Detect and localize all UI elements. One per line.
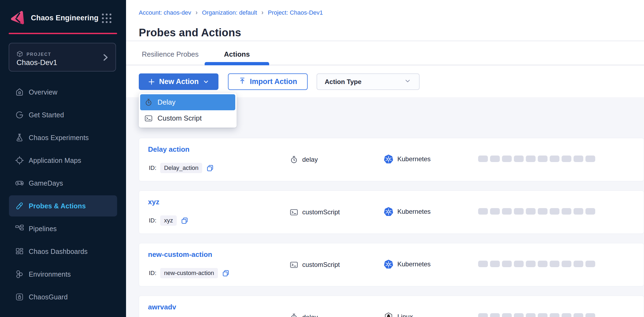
action-id: ID: Delay_action: [149, 163, 214, 173]
recent-execution-results: [478, 208, 595, 215]
project-name: Chaos-Dev1: [17, 59, 57, 67]
execution-result-placeholder: [478, 261, 488, 267]
action-type-cell: customScript: [290, 260, 340, 270]
chevron-right-icon: [101, 53, 110, 62]
execution-result-placeholder: [574, 261, 583, 267]
sidebar-item-probes-actions[interactable]: Probes & Actions: [9, 195, 117, 216]
execution-result-placeholder: [478, 313, 488, 317]
chaos-engineering-logo-icon: [10, 10, 25, 25]
execution-result-placeholder: [478, 156, 488, 162]
infrastructure-type-cell: Kubernetes: [384, 259, 431, 269]
brand: Chaos Engineering: [10, 10, 98, 25]
action-id: ID: new-custom-action: [149, 268, 230, 279]
shield-lock-icon: [15, 292, 24, 302]
action-name-link[interactable]: Delay action: [148, 145, 189, 154]
execution-result-placeholder: [550, 208, 559, 215]
execution-result-placeholder: [585, 313, 595, 317]
dashboard-icon: [15, 247, 24, 256]
execution-result-placeholder: [490, 208, 500, 215]
sidebar-item-environments[interactable]: Environments: [9, 264, 117, 285]
execution-result-placeholder: [502, 208, 512, 215]
sidebar-item-chaos-dashboards[interactable]: Chaos Dashboards: [9, 241, 117, 262]
sidebar-item-pipelines[interactable]: Pipelines: [9, 218, 117, 239]
execution-result-placeholder: [562, 261, 571, 267]
action-type-cell: delay: [290, 154, 318, 165]
module-grid-icon[interactable]: [102, 14, 112, 23]
execution-result-placeholder: [574, 156, 583, 162]
sidebar-item-application-maps[interactable]: Application Maps: [9, 150, 117, 171]
menu-item-custom-script[interactable]: Custom Script: [140, 110, 235, 126]
kubernetes-icon: [384, 207, 393, 216]
execution-result-placeholder: [585, 156, 595, 162]
terminal-icon: [144, 114, 153, 122]
copy-icon[interactable]: [181, 216, 189, 225]
project-selector[interactable]: PROJECT Chaos-Dev1: [9, 43, 116, 72]
execution-result-placeholder: [585, 261, 595, 267]
execution-result-placeholder: [478, 208, 488, 215]
infrastructure-type-cell: Linux: [384, 312, 413, 317]
action-type-cell: delay: [290, 312, 318, 317]
project-label: PROJECT: [27, 52, 51, 57]
test-tube-icon: [15, 201, 24, 211]
execution-result-placeholder: [550, 313, 559, 317]
execution-result-placeholder: [514, 313, 524, 317]
action-id-value: new-custom-action: [160, 268, 218, 278]
pipeline-icon: [15, 224, 24, 233]
target-icon: [15, 156, 24, 165]
copy-icon[interactable]: [222, 269, 230, 277]
cube-icon: [16, 50, 23, 59]
copy-icon[interactable]: [206, 164, 214, 172]
terminal-icon: [290, 208, 298, 216]
sidebar-item-get-started[interactable]: Get Started: [9, 104, 117, 125]
recent-execution-results: [478, 156, 595, 162]
execution-result-placeholder: [550, 261, 559, 267]
execution-result-placeholder: [514, 261, 524, 267]
execution-result-placeholder: [526, 208, 536, 215]
app-root: Chaos Engineering PROJECT Chaos-Dev1: [0, 0, 644, 317]
sidebar-item-chaos-experiments[interactable]: Chaos Experiments: [9, 127, 117, 148]
action-name-link[interactable]: new-custom-action: [148, 250, 212, 259]
action-id-value: xyz: [160, 215, 177, 226]
execution-result-placeholder: [550, 156, 559, 162]
execution-result-placeholder: [526, 261, 536, 267]
stopwatch-icon: [144, 98, 153, 106]
action-row: new-custom-action ID: new-custom-action …: [139, 243, 644, 286]
action-id: ID: xyz: [149, 215, 189, 226]
sidebar-item-gamedays[interactable]: GameDays: [9, 173, 117, 194]
execution-result-placeholder: [490, 156, 500, 162]
execution-result-placeholder: [490, 313, 500, 317]
execution-result-placeholder: [562, 156, 571, 162]
action-id-value: Delay_action: [160, 163, 202, 173]
stopwatch-icon: [290, 313, 298, 317]
hexagons-icon: [15, 270, 24, 279]
execution-result-placeholder: [502, 313, 512, 317]
terminal-icon: [290, 261, 298, 269]
recent-execution-results: [478, 261, 595, 267]
execution-result-placeholder: [574, 208, 583, 215]
flask-icon: [15, 133, 24, 142]
action-row: xyz ID: xyz customScript Kubernetes: [139, 190, 644, 234]
main-content: Account: chaos-dev › Organization: defau…: [126, 0, 644, 317]
gamepad-icon: [15, 179, 24, 188]
new-action-dropdown-menu: Delay Custom Script: [139, 93, 237, 128]
infrastructure-type-cell: Kubernetes: [384, 206, 431, 217]
execution-result-placeholder: [502, 156, 512, 162]
action-row: awrvadv delay Linux: [139, 296, 644, 317]
action-row: Delay action ID: Delay_action delay Kube…: [139, 138, 644, 181]
stopwatch-icon: [290, 156, 298, 164]
menu-item-delay[interactable]: Delay: [140, 94, 235, 110]
action-name-link[interactable]: xyz: [148, 198, 159, 206]
sidebar-item-overview[interactable]: Overview: [9, 82, 117, 103]
action-type-cell: customScript: [290, 207, 340, 217]
action-name-link[interactable]: awrvadv: [148, 303, 176, 311]
execution-result-placeholder: [562, 313, 571, 317]
execution-result-placeholder: [538, 156, 548, 162]
execution-result-placeholder: [526, 313, 536, 317]
execution-result-placeholder: [538, 261, 548, 267]
execution-result-placeholder: [514, 156, 524, 162]
execution-result-placeholder: [514, 208, 524, 215]
execution-result-placeholder: [538, 208, 548, 215]
execution-result-placeholder: [538, 313, 548, 317]
home-icon: [15, 88, 24, 97]
sidebar-item-chaosguard[interactable]: ChaosGuard: [9, 286, 117, 308]
